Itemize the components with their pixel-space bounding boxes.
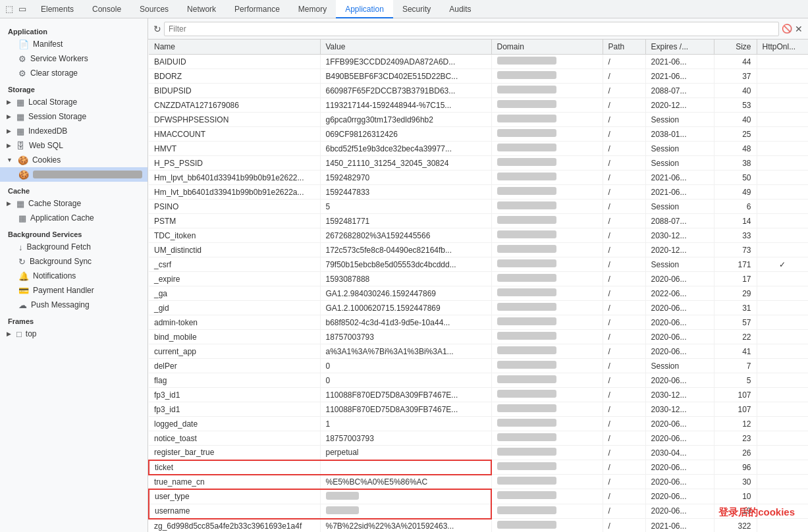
cookies-arrow: ▼ xyxy=(7,157,13,163)
sidebar-item-bg-sync[interactable]: ↻ Background Sync xyxy=(0,254,148,269)
main-layout: Application 📄 Manifest ⚙ Service Workers… xyxy=(0,18,808,532)
tab-network[interactable]: Network xyxy=(178,0,225,18)
local-storage-icon: ▦ xyxy=(16,97,24,107)
table-row[interactable]: ticket/2020-06...96 xyxy=(149,460,808,475)
local-storage-arrow: ▶ xyxy=(7,99,11,105)
table-row[interactable]: BIDUPSID660987F65F2DCCB73B3791BD63.../20… xyxy=(149,84,808,98)
frame-icon: □ xyxy=(16,329,22,339)
table-row[interactable]: Hm_lpvt_bb6401d33941b99b0b91e2622...1592… xyxy=(149,171,808,185)
cache-section-title: Cache xyxy=(0,182,148,196)
table-row[interactable]: _csrf79f50b15ebcb8e5d05553dc4bcddd.../Se… xyxy=(149,257,808,272)
table-row[interactable]: user_type/2020-06...10 xyxy=(149,489,808,504)
sidebar-item-web-sql[interactable]: ▶ 🗄 Web SQL xyxy=(0,138,148,153)
col-header-domain[interactable]: Domain xyxy=(491,40,603,55)
web-sql-arrow: ▶ xyxy=(7,142,11,149)
sidebar-item-cookies[interactable]: ▼ 🍪 Cookies xyxy=(0,153,148,167)
cookie-domain-icon: 🍪 xyxy=(18,170,29,180)
bg-services-section-title: Background Services xyxy=(0,225,148,240)
table-wrapper: Name Value Domain Path Expires /... Size… xyxy=(148,40,808,532)
sidebar-item-notifications[interactable]: 🔔 Notifications xyxy=(0,269,148,283)
tab-security[interactable]: Security xyxy=(393,0,440,18)
table-row[interactable]: _gidGA1.2.1000620715.1592447869/2020-06.… xyxy=(149,301,808,315)
sidebar-item-bg-fetch[interactable]: ↓ Background Fetch xyxy=(0,240,148,254)
sidebar-item-application-cache[interactable]: ▦ Application Cache xyxy=(0,211,148,225)
refresh-icon[interactable]: ↻ xyxy=(153,24,161,34)
tab-audits[interactable]: Audits xyxy=(440,0,480,18)
sidebar-item-local-storage[interactable]: ▶ ▦ Local Storage xyxy=(0,95,148,109)
application-section-title: Application xyxy=(0,22,148,37)
table-row[interactable]: UM_distinctid172c573c5fe8c8-04490ec82164… xyxy=(149,243,808,257)
table-row[interactable]: Hm_lvt_bb6401d33941b99b0b91e2622a...1592… xyxy=(149,185,808,200)
service-workers-icon: ⚙ xyxy=(18,54,26,64)
table-row[interactable]: zg_6d998d5cc85a4fe2b33c3961693e1a4f%7B%2… xyxy=(149,519,808,533)
table-row[interactable]: TDC_itoken2672682802%3A1592445566/2030-1… xyxy=(149,228,808,243)
table-row[interactable]: fp3_id1110088F870ED75D8A309FB7467E.../20… xyxy=(149,388,808,402)
table-row[interactable]: username/2020-06...19 xyxy=(149,504,808,519)
sidebar-item-payment-handler[interactable]: 💳 Payment Handler xyxy=(0,283,148,298)
filter-close-icon[interactable]: ✕ xyxy=(795,24,803,34)
col-header-size[interactable]: Size xyxy=(714,40,757,55)
table-row[interactable]: CNZZDATA12716790861193217144-1592448944-… xyxy=(149,98,808,113)
table-row[interactable]: BAIDUID1FFB99E3CCDD2409ADA872A6D.../2021… xyxy=(149,55,808,69)
frames-section-title: Frames xyxy=(0,312,148,327)
sidebar-item-frames-top[interactable]: ▶ □ top xyxy=(0,327,148,341)
cache-storage-icon: ▦ xyxy=(16,199,24,209)
sidebar-item-clear-storage[interactable]: ⚙ Clear storage xyxy=(0,66,148,80)
table-row[interactable]: bind_mobile18757003793/2020-06...22 xyxy=(149,330,808,344)
session-storage-icon: ▦ xyxy=(16,112,24,122)
table-row[interactable]: H_PS_PSSID1450_21110_31254_32045_30824/S… xyxy=(149,156,808,171)
table-row[interactable]: HMACCOUNT069CF98126312426/2038-01...25 xyxy=(149,127,808,142)
table-row[interactable]: _gaGA1.2.984030246.1592447869/2022-06...… xyxy=(149,286,808,301)
sidebar-item-manifest[interactable]: 📄 Manifest xyxy=(0,37,148,51)
device-icon[interactable]: ▭ xyxy=(17,4,28,14)
sidebar-item-cache-storage[interactable]: ▶ ▦ Cache Storage xyxy=(0,196,148,211)
inspect-icon[interactable]: ⬚ xyxy=(4,4,14,14)
table-row[interactable]: flag0/2020-06...5 xyxy=(149,373,808,388)
web-sql-icon: 🗄 xyxy=(16,141,25,151)
notifications-icon: 🔔 xyxy=(18,271,29,281)
sidebar-item-service-workers[interactable]: ⚙ Service Workers xyxy=(0,51,148,66)
sidebar-item-cookie-domain[interactable]: 🍪 xyxy=(0,167,148,182)
filter-input[interactable] xyxy=(164,22,779,36)
table-body: BAIDUID1FFB99E3CCDD2409ADA872A6D.../2021… xyxy=(149,55,808,533)
table-row[interactable]: delPer0/Session7 xyxy=(149,359,808,373)
table-row[interactable]: fp3_id1110088F870ED75D8A309FB7467E.../20… xyxy=(149,402,808,417)
table-row[interactable]: BDORZB490B5EBF6F3CD402E515D22BC.../2021-… xyxy=(149,69,808,84)
sidebar-item-push-messaging[interactable]: ☁ Push Messaging xyxy=(0,298,148,312)
session-storage-arrow: ▶ xyxy=(7,113,11,120)
cookies-table: Name Value Domain Path Expires /... Size… xyxy=(148,40,808,532)
table-row[interactable]: notice_toast18757003793/2020-06...23 xyxy=(149,431,808,446)
table-row[interactable]: PSINO5/Session6 xyxy=(149,200,808,214)
bg-sync-icon: ↻ xyxy=(18,257,26,267)
table-row[interactable]: _expire1593087888/2020-06...17 xyxy=(149,272,808,286)
payment-handler-icon: 💳 xyxy=(18,286,29,296)
col-header-name[interactable]: Name xyxy=(149,40,320,55)
table-row[interactable]: logged_date1/2020-06...12 xyxy=(149,417,808,431)
table-row[interactable]: DFWSPHPSESSIONg6pca0rrgg30tm173edld96hb2… xyxy=(149,113,808,127)
table-header-row: Name Value Domain Path Expires /... Size… xyxy=(149,40,808,55)
tab-bar-icons: ⬚ ▭ xyxy=(0,4,32,14)
tab-elements[interactable]: Elements xyxy=(32,0,83,18)
application-cache-icon: ▦ xyxy=(18,213,26,223)
table-row[interactable]: PSTM1592481771/2088-07...14 xyxy=(149,214,808,228)
col-header-path[interactable]: Path xyxy=(603,40,645,55)
table-row[interactable]: register_bar_trueperpetual/2030-04...26 xyxy=(149,446,808,460)
table-row[interactable]: current_appa%3A1%3A%7Bi%3A1%3Bi%3A1.../2… xyxy=(149,344,808,359)
tab-console[interactable]: Console xyxy=(83,0,130,18)
filter-clear-icon[interactable]: 🚫 xyxy=(782,24,792,34)
storage-section-title: Storage xyxy=(0,80,148,95)
sidebar-item-session-storage[interactable]: ▶ ▦ Session Storage xyxy=(0,109,148,124)
col-header-httponly[interactable]: HttpOnl... xyxy=(757,40,808,55)
table-row[interactable]: HMVT6bcd52f51e9b3dce32bec4a39977.../Sess… xyxy=(149,142,808,156)
tab-performance[interactable]: Performance xyxy=(225,0,289,18)
col-header-expires[interactable]: Expires /... xyxy=(645,40,714,55)
push-messaging-icon: ☁ xyxy=(18,300,27,310)
table-row[interactable]: admin-tokenb68f8502-4c3d-41d3-9d5e-10a44… xyxy=(149,315,808,330)
tab-application[interactable]: Application xyxy=(336,0,393,18)
sidebar-item-indexed-db[interactable]: ▶ ▦ IndexedDB xyxy=(0,124,148,138)
manifest-icon: 📄 xyxy=(18,40,29,49)
col-header-value[interactable]: Value xyxy=(320,40,491,55)
tab-sources[interactable]: Sources xyxy=(130,0,178,18)
tab-memory[interactable]: Memory xyxy=(289,0,336,18)
table-row[interactable]: true_name_cn%E5%BC%A0%E5%86%AC/2020-06..… xyxy=(149,475,808,489)
